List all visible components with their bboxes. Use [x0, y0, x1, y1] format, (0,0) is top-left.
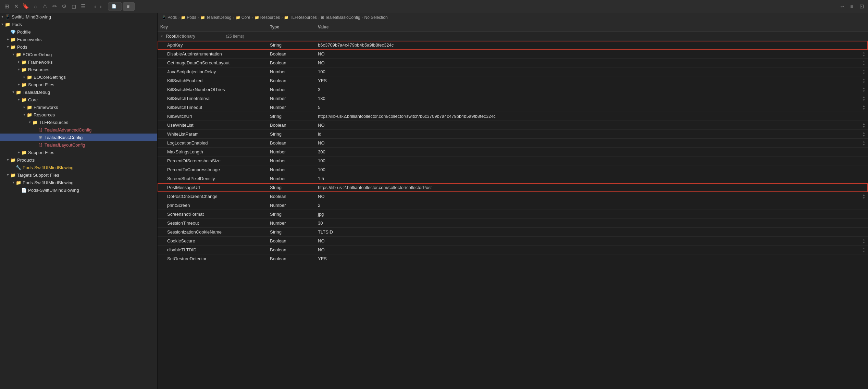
- table-row[interactable]: printScreen Number 2: [158, 201, 868, 210]
- row-key: ScreenshotFormat: [166, 212, 270, 217]
- sidebar-item-5[interactable]: ▼📁EOCoreDebug: [0, 51, 157, 58]
- table-row[interactable]: KillSwitchUrl String https://lib-us-2.br…: [158, 112, 868, 121]
- table-row[interactable]: PercentOfScreenshotsSize Number 100: [158, 156, 868, 165]
- table-row[interactable]: PercentToCompressImage Number 100: [158, 165, 868, 174]
- row-stepper[interactable]: ▲▼: [863, 193, 865, 200]
- row-value: 100: [318, 167, 865, 172]
- row-stepper[interactable]: ▲▼: [863, 96, 865, 102]
- row-stepper[interactable]: ▲▼: [863, 131, 865, 137]
- table-row[interactable]: PostMessageUrl String https://lib-us-2.b…: [158, 183, 868, 192]
- sidebar-item-12[interactable]: ▼📁Frameworks: [0, 103, 157, 111]
- sidebar-item-22[interactable]: ▼📁Pods-SwiftUIMindBlowing: [0, 179, 157, 186]
- sidebar-item-18[interactable]: ▼📁Support Files: [0, 149, 157, 156]
- sidebar-item-10[interactable]: ▼📁TealeafDebug: [0, 88, 157, 96]
- bookmark-icon[interactable]: 🔖: [22, 3, 29, 10]
- brush-icon[interactable]: ✏: [51, 3, 58, 10]
- row-stepper[interactable]: ▲▼: [863, 51, 865, 57]
- sidebar-item-11[interactable]: ▼📁Core: [0, 96, 157, 103]
- menu-icon[interactable]: ≡: [848, 3, 856, 10]
- table-row[interactable]: disableTLTDID Boolean NO ▲▼: [158, 246, 868, 254]
- breadcrumb-item-4[interactable]: 📁Resources: [255, 15, 280, 20]
- folder-icon[interactable]: ⊞: [3, 3, 10, 10]
- table-row[interactable]: ScreenshotFormat String jpg: [158, 210, 868, 219]
- table-row[interactable]: LogLocationEnabled Boolean NO ▲▼: [158, 139, 868, 148]
- row-expand-arrow[interactable]: ▼: [160, 35, 166, 38]
- sidebar-item-13[interactable]: ▼📁Resources: [0, 111, 157, 118]
- tab-tealeaf-basic-config[interactable]: ⊞: [123, 2, 135, 11]
- nav-forward-button[interactable]: ›: [98, 3, 103, 10]
- sidebar-item-21[interactable]: ▼📁Targets Support Files: [0, 171, 157, 179]
- row-stepper[interactable]: ▲▼: [863, 78, 865, 84]
- table-row[interactable]: CookieSecure Boolean NO ▲▼: [158, 237, 868, 246]
- close-icon[interactable]: ✕: [12, 3, 20, 10]
- table-row[interactable]: KillSwitchTimeout Number 5 ▲▼: [158, 103, 868, 112]
- breadcrumb-folder-icon: 📁: [200, 15, 205, 20]
- breadcrumb-item-3[interactable]: 📁Core: [236, 15, 250, 20]
- sidebar-item-6[interactable]: ▼📁Frameworks: [0, 58, 157, 66]
- breadcrumb-item-0[interactable]: 📱Pods: [162, 15, 177, 20]
- sidebar-item-14[interactable]: ▼📁TLFResources: [0, 118, 157, 126]
- breadcrumb-item-6[interactable]: ⊞TealeafBasicConfig: [321, 15, 360, 20]
- split-icon[interactable]: ⊡: [858, 3, 865, 10]
- row-stepper[interactable]: ▲▼: [863, 60, 865, 66]
- sidebar-item-15[interactable]: ▼{;}TealeafAdvancedConfig: [0, 126, 157, 134]
- sidebar-item-20[interactable]: ▼🔧Pods-SwiftUIMindBlowing: [0, 164, 157, 171]
- row-stepper[interactable]: ▲▼: [863, 247, 865, 253]
- row-stepper[interactable]: ▲▼: [863, 122, 865, 128]
- breadcrumb-item-7[interactable]: No Selection: [364, 15, 388, 20]
- plist-icon: ⊞: [38, 135, 43, 140]
- search-icon[interactable]: ⌕: [32, 3, 39, 10]
- table-row[interactable]: SessionTimeout Number 30: [158, 219, 868, 228]
- sidebar-item-8[interactable]: ▼📁EOCoreSettings: [0, 73, 157, 81]
- table-row[interactable]: AppKey String b6c3709b7a4c479bb4b5a9fb8f…: [158, 41, 868, 50]
- sidebar-item-23[interactable]: ▼📄Pods-SwiftUIMindBlowing: [0, 186, 157, 194]
- expand-icon[interactable]: ↔: [839, 3, 846, 10]
- row-stepper[interactable]: ▲▼: [863, 104, 865, 111]
- warning-icon[interactable]: ⚠: [41, 3, 49, 10]
- tab-pods-resources[interactable]: 📄: [108, 2, 122, 11]
- breadcrumb-item-5[interactable]: 📁TLFResources: [284, 15, 317, 20]
- sidebar-item-7[interactable]: ▼📁Resources: [0, 66, 157, 73]
- expand-arrow: ▼: [5, 158, 10, 162]
- table-row[interactable]: DisableAutoInstrumentation Boolean NO ▲▼: [158, 50, 868, 59]
- shape-icon[interactable]: ◻: [70, 3, 77, 10]
- sidebar-item-17[interactable]: ▼{;}TealeafLayoutConfig: [0, 141, 157, 149]
- sidebar-item-16[interactable]: ▼⊞TealeafBasicConfig: [0, 134, 157, 141]
- row-key: JavaScriptInjectionDelay: [166, 69, 270, 74]
- table-row[interactable]: SetGestureDetector Boolean YES: [158, 254, 868, 263]
- row-stepper[interactable]: ▲▼: [863, 140, 865, 146]
- row-key: DisableAutoInstrumentation: [166, 51, 270, 57]
- breadcrumb-item-2[interactable]: 📁TealeafDebug: [200, 15, 232, 20]
- sidebar-item-0[interactable]: ▼📱SwiftUIMindBlowing: [0, 13, 157, 21]
- table-row[interactable]: ScreenShotPixelDensity Number 1.5: [158, 174, 868, 183]
- row-stepper[interactable]: ▲▼: [863, 238, 865, 244]
- table-row[interactable]: ▼ Root Dictionary (25 items): [158, 32, 868, 41]
- sidebar-item-2[interactable]: ▼💎Podfile: [0, 28, 157, 36]
- sidebar-item-label: Pods: [17, 45, 27, 50]
- breadcrumb-plist-icon: ⊞: [321, 15, 324, 20]
- table-row[interactable]: JavaScriptInjectionDelay Number 100 ▲▼: [158, 67, 868, 76]
- row-stepper[interactable]: ▲▼: [863, 87, 865, 93]
- row-stepper[interactable]: ▲▼: [863, 69, 865, 75]
- table-row[interactable]: KillSwitchTimeInterval Number 180 ▲▼: [158, 94, 868, 103]
- table-row[interactable]: UseWhiteList Boolean NO ▲▼: [158, 121, 868, 130]
- table-row[interactable]: SessionizationCookieName String TLTSID: [158, 228, 868, 237]
- row-type: String: [270, 42, 318, 48]
- sidebar-item-label: TLFResources: [39, 120, 68, 125]
- table-row[interactable]: KillSwitchMaxNumberOfTries Number 3 ▲▼: [158, 85, 868, 94]
- sidebar-item-1[interactable]: ▼📁Pods: [0, 21, 157, 28]
- sidebar-item-19[interactable]: ▼📁Products: [0, 156, 157, 164]
- table-row[interactable]: DoPostOnScreenChange Boolean NO ▲▼: [158, 192, 868, 201]
- lines-icon[interactable]: ☰: [79, 3, 87, 10]
- gear-icon[interactable]: ⚙: [60, 3, 68, 10]
- sidebar-item-3[interactable]: ▼📁Frameworks: [0, 36, 157, 43]
- sidebar-item-9[interactable]: ▼📁Support Files: [0, 81, 157, 88]
- table-row[interactable]: KillSwitchEnabled Boolean YES ▲▼: [158, 76, 868, 85]
- table-row[interactable]: WhiteListParam String id ▲▼: [158, 130, 868, 139]
- table-row[interactable]: GetImageDataOnScreenLayout Boolean NO ▲▼: [158, 59, 868, 67]
- table-row[interactable]: MaxStringsLength Number 300: [158, 148, 868, 156]
- nav-back-button[interactable]: ‹: [93, 3, 98, 10]
- expand-arrow: ▼: [22, 105, 27, 110]
- breadcrumb-item-1[interactable]: 📁Pods: [181, 15, 196, 20]
- sidebar-item-4[interactable]: ▼📁Pods: [0, 43, 157, 51]
